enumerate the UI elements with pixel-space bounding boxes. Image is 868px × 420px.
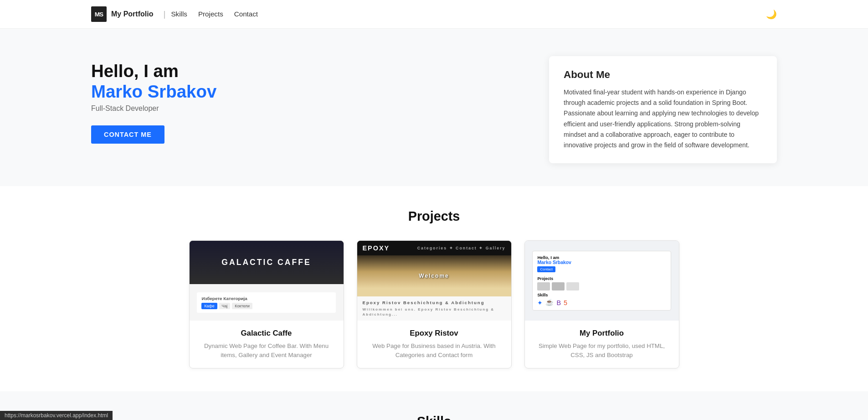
project-info-galactic: Galactic Caffe Dynamic Web Page for Coff…: [190, 321, 344, 368]
project-desc-portfolio: Simple Web Page for my portfolio, used H…: [534, 342, 670, 360]
nav-links: Skills Projects Contact: [171, 10, 258, 18]
projects-title: Projects: [55, 209, 813, 224]
project-info-epoxy: Epoxy Ristov Web Page for Business based…: [357, 321, 511, 368]
project-card-portfolio[interactable]: Hello, I am Marko Srbakov Contact Projec…: [524, 240, 679, 368]
nav-logo[interactable]: MS My Portfolio: [91, 6, 153, 22]
nav-title: My Portfolio: [111, 10, 153, 18]
status-url: https://markosrbakov.vercel.app/index.ht…: [5, 412, 108, 419]
projects-section: Projects GALACTIC CAFFE Изберете Категор…: [0, 186, 868, 391]
project-desc-galactic: Dynamic Web Page for Coffee Bar. With Me…: [199, 342, 334, 360]
about-description: Motivated final-year student with hands-…: [564, 87, 762, 150]
status-bar: https://markosrbakov.vercel.app/index.ht…: [0, 411, 113, 420]
skills-title: Skills: [55, 414, 813, 420]
hero-subtitle: Full-Stack Developer: [91, 104, 522, 113]
logo-box: MS: [91, 6, 107, 22]
project-img-epoxy: EPOXY Categories ✦ Contact ✦ Gallery Wel…: [357, 241, 511, 321]
project-card-galactic[interactable]: GALACTIC CAFFE Изберете Категорија Кафе …: [189, 240, 344, 368]
nav-link-projects[interactable]: Projects: [198, 10, 223, 18]
nav-link-contact[interactable]: Contact: [234, 10, 258, 18]
cafe-content: Изберете Категорија Кафе Чај Коктели: [190, 284, 344, 321]
project-title-epoxy: Epoxy Ristov: [366, 329, 502, 338]
navbar: MS My Portfolio | Skills Projects Contac…: [0, 0, 868, 29]
hero-left: Hello, I am Marko Srbakov Full-Stack Dev…: [91, 56, 522, 144]
hero-greeting: Hello, I am: [91, 61, 522, 82]
cafe-sign: GALACTIC CAFFE: [190, 241, 344, 284]
project-title-galactic: Galactic Caffe: [199, 329, 334, 338]
project-desc-epoxy: Web Page for Business based in Austria. …: [366, 342, 502, 360]
nav-link-skills[interactable]: Skills: [171, 10, 187, 18]
skills-section: Skills: [0, 391, 868, 420]
hero-section: Hello, I am Marko Srbakov Full-Stack Dev…: [0, 29, 868, 186]
contact-me-button[interactable]: CONTACT ME: [91, 125, 164, 144]
dark-mode-toggle[interactable]: 🌙: [766, 9, 777, 20]
projects-grid: GALACTIC CAFFE Изберете Категорија Кафе …: [55, 240, 813, 368]
project-img-galactic: GALACTIC CAFFE Изберете Категорија Кафе …: [190, 241, 344, 321]
project-card-epoxy[interactable]: EPOXY Categories ✦ Contact ✦ Gallery Wel…: [357, 240, 512, 368]
about-card: About Me Motivated final-year student wi…: [549, 56, 777, 163]
mini-portfolio-preview: Hello, I am Marko Srbakov Contact Projec…: [532, 251, 671, 311]
nav-divider: |: [163, 9, 165, 19]
about-title: About Me: [564, 69, 762, 81]
project-title-portfolio: My Portfolio: [534, 329, 670, 338]
project-info-portfolio: My Portfolio Simple Web Page for my port…: [525, 321, 679, 368]
hero-name: Marko Srbakov: [91, 82, 522, 102]
project-img-portfolio: Hello, I am Marko Srbakov Contact Projec…: [525, 241, 679, 321]
